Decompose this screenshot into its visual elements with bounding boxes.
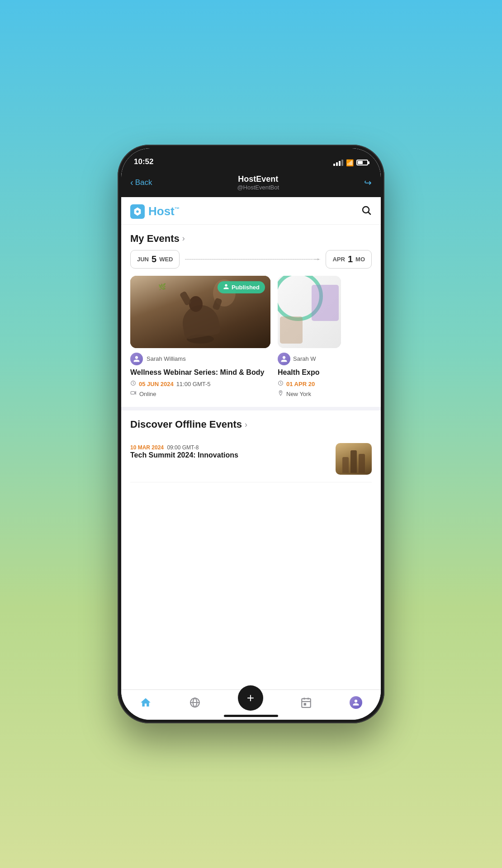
date-range-row: JUN 5 WED → APR 1 MO — [130, 250, 372, 269]
home-indicator — [224, 715, 278, 717]
logo-area: Host™ — [130, 204, 180, 219]
notch — [210, 148, 292, 163]
phone-frame: 10:52 📶 ‹ B — [118, 145, 384, 723]
discover-item-1-date: 10 MAR 2024 09:00 GMT-8 — [130, 444, 199, 451]
nav-subtitle: @HostEventBot — [237, 184, 279, 191]
clock-icon-1 — [130, 380, 136, 388]
date-to-month: APR — [332, 256, 345, 263]
status-time: 10:52 — [134, 157, 153, 166]
date-to-day: 1 — [348, 254, 353, 264]
share-button[interactable]: ↪ — [364, 177, 372, 188]
event-card-1-image: 🌿 — [130, 276, 270, 348]
date-to-dayname: MO — [355, 256, 365, 263]
tab-home[interactable] — [140, 697, 152, 708]
wifi-icon: 📶 — [346, 159, 354, 166]
published-label: Published — [232, 284, 260, 291]
profile-avatar — [350, 696, 362, 709]
battery-icon — [356, 160, 368, 165]
add-event-button[interactable]: + — [238, 685, 263, 711]
date-to-tab[interactable]: APR 1 MO — [326, 250, 372, 269]
health-image — [278, 276, 341, 348]
my-events-section-header[interactable]: My Events › — [121, 225, 381, 250]
event1-date-meta: 05 JUN 2024 11:00 GMT-5 — [130, 380, 270, 388]
event2-host-avatar — [278, 353, 290, 365]
discover-arrow: › — [245, 420, 247, 429]
event1-type-row: Online — [130, 390, 270, 398]
event2-date-meta: 01 APR 20 — [278, 380, 341, 388]
clock-icon-2 — [278, 380, 284, 388]
tab-bar: + — [121, 689, 381, 720]
event2-location: New York — [286, 391, 311, 397]
event-card-2-image — [278, 276, 341, 348]
phone-screen: 10:52 📶 ‹ B — [121, 148, 381, 720]
tab-globe[interactable] — [189, 697, 201, 708]
event2-host-row: Sarah W — [278, 353, 341, 365]
section-divider — [121, 407, 381, 410]
event1-type: Online — [139, 391, 156, 397]
nav-title: HostEvent — [237, 175, 279, 184]
signal-icon — [333, 160, 343, 166]
nav-title-area: HostEvent @HostEventBot — [237, 175, 279, 191]
host-logo-icon — [133, 207, 142, 217]
svg-point-0 — [136, 210, 139, 213]
content-spacer — [121, 491, 381, 689]
event1-time: 11:00 GMT-5 — [176, 381, 211, 387]
tab-profile[interactable] — [350, 696, 362, 709]
event-card-2[interactable]: Sarah W Health Expo 01 APR 20 — [278, 276, 341, 400]
date-from-dayname: WED — [159, 256, 173, 263]
discover-section: Discover Offline Events › 10 MAR 2024 09… — [121, 410, 381, 491]
event2-host-name: Sarah W — [293, 355, 316, 362]
video-icon — [130, 390, 137, 398]
event1-date: 05 JUN 2024 — [139, 381, 174, 387]
profile-icon — [352, 699, 360, 706]
discover-item-1-title: Tech Summit 2024: Innovations — [130, 451, 329, 459]
published-person-icon — [223, 283, 229, 291]
svg-rect-4 — [131, 392, 135, 394]
calendar-icon — [300, 697, 312, 708]
discover-item-1[interactable]: 10 MAR 2024 09:00 GMT-8 Tech Summit 2024… — [130, 436, 372, 482]
events-scroll-area: JUN 5 WED → APR 1 MO — [121, 250, 381, 407]
add-icon: + — [247, 691, 254, 705]
svg-rect-10 — [304, 703, 306, 705]
chevron-left-icon: ‹ — [130, 177, 133, 188]
home-icon — [140, 697, 152, 708]
discover-title: Discover Offline Events — [130, 419, 242, 430]
event2-date: 01 APR 20 — [286, 381, 315, 387]
pin-icon — [278, 390, 284, 398]
svg-line-2 — [369, 212, 371, 214]
event2-title: Health Expo — [278, 368, 341, 377]
date-from-day: 5 — [152, 254, 156, 264]
tab-calendar[interactable] — [300, 697, 312, 708]
logo-icon — [130, 204, 145, 219]
my-events-arrow: › — [182, 234, 185, 243]
date-from-tab[interactable]: JUN 5 WED — [130, 250, 180, 269]
svg-point-7 — [280, 392, 281, 393]
event1-host-avatar — [130, 353, 143, 365]
published-badge: Published — [218, 281, 265, 293]
discover-item-1-datetime: 10 MAR 2024 09:00 GMT-8 — [130, 443, 329, 451]
discover-item-1-info: 10 MAR 2024 09:00 GMT-8 Tech Summit 2024… — [130, 443, 329, 459]
logo-text: Host™ — [148, 204, 180, 218]
event-cards-row: 🌿 — [130, 276, 372, 400]
date-line: → — [185, 259, 320, 259]
status-icons: 📶 — [333, 159, 368, 166]
globe-icon — [189, 697, 201, 708]
event1-title: Wellness Webinar Series: Mind & Body — [130, 368, 270, 377]
back-button[interactable]: ‹ Back — [130, 177, 152, 188]
app-header: Host™ — [121, 197, 381, 225]
nav-bar: ‹ Back HostEvent @HostEventBot ↪ — [121, 170, 381, 197]
search-button[interactable] — [361, 205, 372, 218]
event2-location-meta: New York — [278, 390, 341, 398]
date-from-month: JUN — [137, 256, 149, 263]
my-events-title: My Events — [130, 233, 180, 245]
back-label: Back — [135, 178, 152, 187]
discover-item-1-image — [336, 443, 372, 475]
discover-section-header[interactable]: Discover Offline Events › — [121, 410, 381, 436]
event1-host-name: Sarah Williams — [147, 355, 186, 362]
event-card-1[interactable]: 🌿 — [130, 276, 270, 400]
content-area: Host™ My Events › — [121, 197, 381, 689]
event1-host-row: Sarah Williams — [130, 353, 270, 365]
